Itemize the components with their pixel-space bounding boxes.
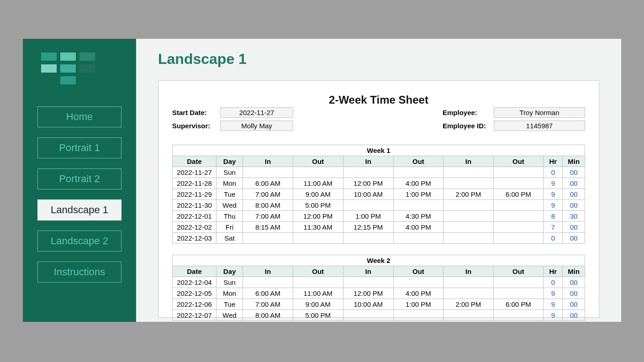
cell-in[interactable] bbox=[443, 277, 493, 288]
cell-out[interactable]: 4:00 PM bbox=[393, 222, 443, 233]
sidebar-item-home[interactable]: Home bbox=[37, 106, 121, 127]
cell-out[interactable]: 1:00 PM bbox=[393, 189, 443, 200]
cell-day: Fri bbox=[216, 222, 243, 233]
cell-out[interactable] bbox=[393, 167, 443, 178]
cell-in[interactable] bbox=[243, 277, 293, 288]
cell-in[interactable] bbox=[443, 233, 493, 244]
cell-date: 2022-12-07 bbox=[173, 310, 216, 321]
cell-day: Wed bbox=[216, 200, 243, 211]
cell-out[interactable] bbox=[393, 233, 443, 244]
cell-day: Mon bbox=[216, 288, 243, 299]
cell-in[interactable] bbox=[443, 200, 493, 211]
employee-id-value[interactable]: 1145987 bbox=[494, 121, 585, 131]
cell-in[interactable] bbox=[443, 288, 493, 299]
cell-min: 00 bbox=[563, 233, 585, 244]
cell-out[interactable]: 5:00 PM bbox=[293, 310, 343, 321]
cell-in[interactable] bbox=[443, 310, 493, 321]
sidebar-item-landscape-2[interactable]: Landscape 2 bbox=[37, 231, 121, 252]
cell-in[interactable]: 8:00 AM bbox=[243, 200, 293, 211]
cell-in[interactable] bbox=[343, 167, 393, 178]
cell-in[interactable]: 8:00 AM bbox=[243, 310, 293, 321]
week-caption: Week 2 bbox=[172, 255, 585, 266]
column-header: Out bbox=[493, 266, 543, 277]
cell-out[interactable]: 5:00 PM bbox=[293, 200, 343, 211]
cell-out[interactable] bbox=[493, 233, 543, 244]
cell-in[interactable] bbox=[243, 167, 293, 178]
cell-out[interactable]: 1:00 PM bbox=[393, 299, 443, 310]
cell-day: Sun bbox=[216, 167, 243, 178]
cell-in[interactable]: 7:00 AM bbox=[243, 211, 293, 222]
cell-out[interactable] bbox=[393, 200, 443, 211]
cell-in[interactable] bbox=[443, 167, 493, 178]
cell-in[interactable]: 6:00 AM bbox=[243, 288, 293, 299]
cell-out[interactable] bbox=[493, 277, 543, 288]
start-date-value[interactable]: 2022-11-27 bbox=[220, 107, 293, 118]
cell-in[interactable]: 2:00 PM bbox=[443, 299, 493, 310]
supervisor-label: Supervisor: bbox=[172, 122, 220, 130]
cell-in[interactable]: 10:00 AM bbox=[343, 189, 393, 200]
table-row: 2022-12-01Thu7:00 AM12:00 PM1:00 PM4:30 … bbox=[173, 211, 585, 222]
supervisor-value[interactable]: Molly May bbox=[220, 121, 293, 131]
cell-out[interactable] bbox=[293, 233, 343, 244]
cell-out[interactable]: 11:00 AM bbox=[293, 288, 343, 299]
cell-in[interactable]: 10:00 AM bbox=[343, 299, 393, 310]
cell-in[interactable] bbox=[443, 222, 493, 233]
cell-out[interactable]: 4:00 PM bbox=[393, 178, 443, 189]
sidebar-item-portrait-2[interactable]: Portrait 2 bbox=[37, 168, 121, 189]
table-row: 2022-12-05Mon6:00 AM11:00 AM12:00 PM4:00… bbox=[173, 288, 585, 299]
sidebar-item-landscape-1[interactable]: Landscape 1 bbox=[37, 199, 121, 220]
app-window: HomePortrait 1Portrait 2Landscape 1Lands… bbox=[23, 39, 621, 322]
cell-in[interactable] bbox=[343, 277, 393, 288]
cell-out[interactable]: 4:30 PM bbox=[393, 211, 443, 222]
cell-out[interactable]: 9:00 AM bbox=[293, 299, 343, 310]
cell-in[interactable]: 7:00 AM bbox=[243, 299, 293, 310]
cell-in[interactable] bbox=[343, 233, 393, 244]
cell-out[interactable] bbox=[493, 211, 543, 222]
cell-in[interactable]: 6:00 AM bbox=[243, 178, 293, 189]
cell-out[interactable] bbox=[493, 222, 543, 233]
cell-date: 2022-11-30 bbox=[173, 200, 216, 211]
cell-in[interactable] bbox=[243, 233, 293, 244]
cell-in[interactable] bbox=[443, 178, 493, 189]
cell-out[interactable] bbox=[393, 310, 443, 321]
cell-in[interactable] bbox=[443, 211, 493, 222]
cell-day: Tue bbox=[216, 299, 243, 310]
supervisor-line: Supervisor: Molly May bbox=[172, 121, 293, 131]
cell-out[interactable] bbox=[493, 167, 543, 178]
cell-out[interactable] bbox=[493, 200, 543, 211]
sheet-title: 2-Week Time Sheet bbox=[172, 94, 585, 106]
cell-in[interactable]: 12:00 PM bbox=[343, 288, 393, 299]
column-header: Out bbox=[293, 156, 343, 167]
table-row: 2022-11-28Mon6:00 AM11:00 AM12:00 PM4:00… bbox=[173, 178, 585, 189]
cell-out[interactable]: 9:00 AM bbox=[293, 189, 343, 200]
cell-out[interactable] bbox=[493, 288, 543, 299]
cell-out[interactable] bbox=[393, 277, 443, 288]
column-header: Day bbox=[216, 266, 243, 277]
cell-out[interactable] bbox=[493, 310, 543, 321]
cell-in[interactable]: 12:00 PM bbox=[343, 178, 393, 189]
cell-in[interactable] bbox=[343, 200, 393, 211]
cell-in[interactable] bbox=[343, 310, 393, 321]
cell-in[interactable]: 8:15 AM bbox=[243, 222, 293, 233]
cell-in[interactable]: 7:00 AM bbox=[243, 189, 293, 200]
cell-out[interactable]: 6:00 PM bbox=[493, 189, 543, 200]
cell-hr: 0 bbox=[544, 233, 563, 244]
cell-out[interactable]: 6:00 PM bbox=[493, 299, 543, 310]
cell-in[interactable]: 12:15 PM bbox=[343, 222, 393, 233]
cell-out[interactable] bbox=[493, 178, 543, 189]
cell-hr: 9 bbox=[544, 299, 563, 310]
sidebar-item-portrait-1[interactable]: Portrait 1 bbox=[37, 137, 121, 158]
cell-in[interactable]: 1:00 PM bbox=[343, 211, 393, 222]
employee-value[interactable]: Troy Norman bbox=[494, 107, 585, 118]
sidebar-item-instructions[interactable]: Instructions bbox=[37, 262, 121, 283]
cell-out[interactable]: 11:30 AM bbox=[293, 222, 343, 233]
cell-out[interactable]: 11:00 AM bbox=[293, 178, 343, 189]
cell-out[interactable]: 12:00 PM bbox=[293, 211, 343, 222]
cell-min: 30 bbox=[563, 211, 585, 222]
cell-out[interactable]: 4:00 PM bbox=[393, 288, 443, 299]
cell-out[interactable] bbox=[293, 277, 343, 288]
cell-out[interactable] bbox=[293, 167, 343, 178]
cell-in[interactable]: 2:00 PM bbox=[443, 189, 493, 200]
main-content: Landscape 1 2-Week Time Sheet Start Date… bbox=[136, 39, 621, 322]
column-header: In bbox=[343, 156, 393, 167]
